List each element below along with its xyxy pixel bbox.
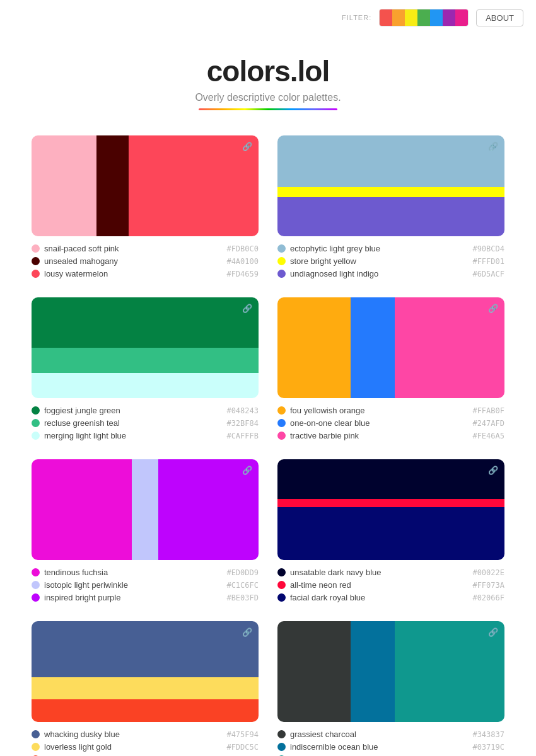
link-icon[interactable]: 🔗 xyxy=(488,142,498,151)
color-item: unsatable dark navy blue#00022E xyxy=(277,568,504,577)
color-list: fou yellowish orange#FFAB0Fone-on-one cl… xyxy=(277,406,504,440)
color-name: tendinous fuchsia xyxy=(44,568,222,577)
color-swatch xyxy=(132,459,158,560)
color-item: facial dark royal blue#02066F xyxy=(277,593,504,602)
header: FILTER: ABOUT xyxy=(0,0,536,35)
color-dot xyxy=(32,730,40,738)
color-item: whacking dusky blue#475F94 xyxy=(32,730,259,739)
color-hex: #048243 xyxy=(226,406,259,415)
color-list: snail-paced soft pink#FDB0C0unsealed mah… xyxy=(32,244,259,278)
color-item: grassiest charcoal#343837 xyxy=(277,730,504,739)
color-hex: #ED0DD9 xyxy=(226,568,259,577)
color-dot xyxy=(32,593,40,602)
palette-card: 🔗whacking dusky blue#475F94loverless lig… xyxy=(32,621,259,756)
color-item: merging light light blue#CAFFFB xyxy=(32,431,259,440)
filter-swatch[interactable] xyxy=(392,9,405,26)
color-name: ectophytic light grey blue xyxy=(290,244,468,253)
color-item: unsealed mahogany#4A0100 xyxy=(32,256,259,266)
color-swatch xyxy=(32,348,259,373)
filter-swatch[interactable] xyxy=(455,9,468,26)
color-swatch xyxy=(277,459,504,499)
link-icon[interactable]: 🔗 xyxy=(488,304,498,313)
color-hex: #FFAB0F xyxy=(472,406,504,415)
hero-subtitle: Overly descriptive color palettes. xyxy=(13,92,523,103)
color-dot xyxy=(277,581,286,589)
link-icon[interactable]: 🔗 xyxy=(488,627,498,637)
color-name: store bright yellow xyxy=(290,256,468,266)
color-hex: #FE46A5 xyxy=(472,432,504,440)
color-item: loverless light gold#FDDC5C xyxy=(32,742,259,752)
color-name: loverless light gold xyxy=(44,742,222,752)
color-item: fou yellowish orange#FFAB0F xyxy=(277,406,504,415)
color-item: tractive barbie pink#FE46A5 xyxy=(277,431,504,440)
color-hex: #FFFD01 xyxy=(472,257,504,266)
color-dot xyxy=(277,257,286,265)
color-name: all-time neon red xyxy=(290,580,468,590)
color-dot xyxy=(277,406,286,415)
link-icon[interactable]: 🔗 xyxy=(242,627,252,637)
color-hex: #90BCD4 xyxy=(472,244,504,253)
color-swatch xyxy=(277,187,504,197)
color-swatch xyxy=(277,197,504,236)
palette-card: 🔗grassiest charcoal#343837indiscernible … xyxy=(277,621,504,756)
color-dot xyxy=(277,730,286,738)
color-swatch xyxy=(32,135,96,236)
color-swatch xyxy=(32,459,132,560)
color-hex: #00022E xyxy=(472,568,504,577)
color-swatch xyxy=(351,297,395,398)
palette-grid: 🔗snail-paced soft pink#FDB0C0unsealed ma… xyxy=(0,135,536,756)
filter-swatch[interactable] xyxy=(405,9,417,26)
color-name: snail-paced soft pink xyxy=(44,244,222,253)
color-name: inspired bright purple xyxy=(44,593,222,602)
color-hex: #247AFD xyxy=(472,419,504,428)
color-dot xyxy=(32,257,40,265)
color-swatch xyxy=(32,699,259,722)
color-dot xyxy=(32,406,40,415)
color-swatch xyxy=(277,135,504,187)
site-title: colors.lol xyxy=(13,54,523,88)
filter-swatch[interactable] xyxy=(417,9,430,26)
palette-card: 🔗fou yellowish orange#FFAB0Fone-on-one c… xyxy=(277,297,504,440)
filter-swatches[interactable] xyxy=(379,9,469,26)
color-name: unsatable dark navy blue xyxy=(290,568,468,577)
color-item: lousy watermelon#FD4659 xyxy=(32,269,259,278)
color-name: foggiest jungle green xyxy=(44,406,222,415)
color-list: unsatable dark navy blue#00022Eall-time … xyxy=(277,568,504,602)
color-item: foggiest jungle green#048243 xyxy=(32,406,259,415)
hero: colors.lol Overly descriptive color pale… xyxy=(0,35,536,135)
link-icon[interactable]: 🔗 xyxy=(242,142,252,151)
color-hex: #343837 xyxy=(472,730,504,739)
color-hex: #FDDC5C xyxy=(226,743,259,752)
color-item: store bright yellow#FFFD01 xyxy=(277,256,504,266)
color-name: isotopic light periwinkle xyxy=(44,580,222,590)
filter-swatch[interactable] xyxy=(380,9,392,26)
color-item: indiscernible ocean blue#03719C xyxy=(277,742,504,752)
color-swatch xyxy=(351,621,395,722)
palette-card: 🔗snail-paced soft pink#FDB0C0unsealed ma… xyxy=(32,135,259,278)
color-hex: #4A0100 xyxy=(226,257,259,266)
color-dot xyxy=(277,270,286,278)
filter-swatch[interactable] xyxy=(443,9,455,26)
color-hex: #475F94 xyxy=(226,730,259,739)
color-dot xyxy=(32,568,40,576)
color-item: recluse greenish teal#32BF84 xyxy=(32,418,259,428)
color-name: unsealed mahogany xyxy=(44,256,222,266)
filter-swatch[interactable] xyxy=(430,9,443,26)
link-icon[interactable]: 🔗 xyxy=(242,304,252,313)
color-item: tendinous fuchsia#ED0DD9 xyxy=(32,568,259,577)
color-swatch xyxy=(32,621,259,677)
color-dot xyxy=(32,244,40,253)
color-dot xyxy=(277,568,286,576)
link-icon[interactable]: 🔗 xyxy=(488,466,498,475)
color-name: merging light light blue xyxy=(44,431,222,440)
color-dot xyxy=(277,244,286,253)
color-dot xyxy=(32,432,40,440)
color-dot xyxy=(32,419,40,427)
color-swatch xyxy=(32,297,259,348)
color-list: whacking dusky blue#475F94loverless ligh… xyxy=(32,730,259,756)
color-swatch xyxy=(277,499,504,507)
color-swatch xyxy=(129,135,259,236)
about-button[interactable]: ABOUT xyxy=(476,9,523,26)
link-icon[interactable]: 🔗 xyxy=(242,466,252,475)
color-hex: #6D5ACF xyxy=(472,270,504,278)
